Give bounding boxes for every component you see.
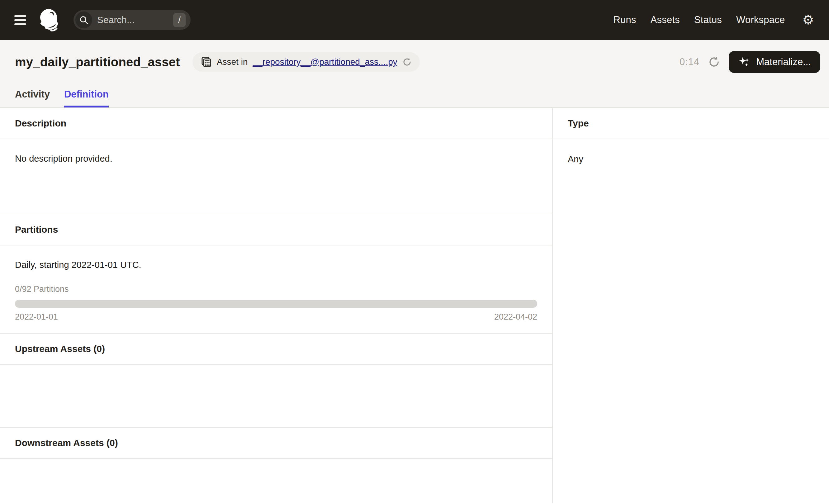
nav-item-status[interactable]: Status <box>694 14 722 26</box>
tab-definition[interactable]: Definition <box>64 89 109 107</box>
nav-links: Runs Assets Status Workspace ⚙ <box>613 13 814 27</box>
tab-activity[interactable]: Activity <box>15 89 50 107</box>
repo-grid-icon <box>201 57 212 68</box>
search-shortcut-badge: / <box>173 13 186 27</box>
partitions-body: Daily, starting 2022-01-01 UTC. 0/92 Par… <box>0 246 552 334</box>
refresh-button[interactable] <box>708 56 720 68</box>
partitions-summary: Daily, starting 2022-01-01 UTC. <box>15 260 537 270</box>
nav-item-runs[interactable]: Runs <box>613 14 636 26</box>
upstream-assets-body <box>0 365 552 428</box>
search-icon <box>75 11 92 28</box>
asset-location-link[interactable]: __repository__@partitioned_ass....py <box>253 57 397 67</box>
dagster-logo[interactable] <box>37 8 62 32</box>
settings-gear-icon[interactable]: ⚙ <box>802 13 814 27</box>
reload-definitions-icon[interactable] <box>402 57 412 67</box>
partitions-progress-label: 0/92 Partitions <box>15 284 537 294</box>
page-header: my_daily_partitioned_asset Asset in __re… <box>0 40 829 108</box>
asset-tag-prefix: Asset in <box>217 57 248 67</box>
nav-item-workspace[interactable]: Workspace <box>736 14 785 26</box>
search-box[interactable]: / <box>73 10 190 30</box>
type-value: Any <box>553 139 829 165</box>
sparkles-icon <box>738 56 751 68</box>
nav-item-assets[interactable]: Assets <box>651 14 680 26</box>
downstream-assets-heading: Downstream Assets (0) <box>0 428 552 459</box>
definition-main-column: Description No description provided. Par… <box>0 108 553 503</box>
materialize-button[interactable]: Materialize... <box>729 51 820 73</box>
partitions-range-start: 2022-01-01 <box>15 312 58 322</box>
page-title: my_daily_partitioned_asset <box>15 55 180 69</box>
downstream-assets-body <box>0 459 552 503</box>
partitions-range-end: 2022-04-02 <box>494 312 537 322</box>
definition-content: Description No description provided. Par… <box>0 108 829 503</box>
menu-hamburger-icon[interactable] <box>14 15 26 25</box>
search-input[interactable] <box>97 15 159 25</box>
definition-side-column: Type Any <box>553 108 829 503</box>
upstream-assets-heading: Upstream Assets (0) <box>0 334 552 365</box>
refresh-icon <box>708 56 720 68</box>
description-heading: Description <box>0 108 552 139</box>
type-heading: Type <box>553 108 829 139</box>
asset-definition-tag: Asset in __repository__@partitioned_ass.… <box>192 52 420 72</box>
asset-tabs: Activity Definition <box>0 89 829 107</box>
materialize-button-label: Materialize... <box>756 57 811 68</box>
refresh-countdown: 0:14 <box>680 57 699 68</box>
top-nav: / Runs Assets Status Workspace ⚙ <box>0 0 829 40</box>
partitions-heading: Partitions <box>0 214 552 246</box>
partitions-progress-bar <box>15 300 537 308</box>
description-body: No description provided. <box>0 139 552 214</box>
